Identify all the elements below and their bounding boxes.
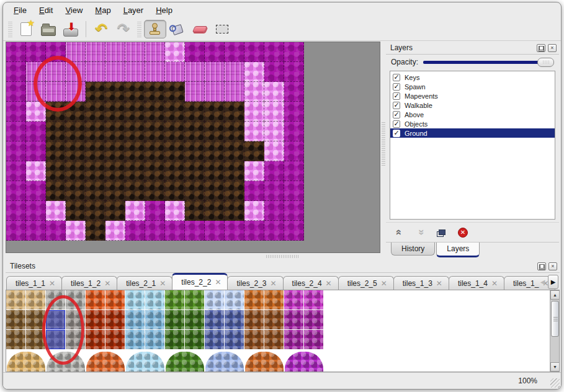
map-tile[interactable]: [185, 62, 205, 82]
map-tile[interactable]: [46, 62, 66, 82]
tab-close-icon[interactable]: ✕: [381, 280, 387, 287]
map-tile[interactable]: [26, 201, 46, 221]
tileset-tile-lava-orange[interactable]: [105, 330, 125, 350]
map-tile[interactable]: [125, 102, 145, 122]
map-tile[interactable]: [205, 82, 225, 102]
map-tile[interactable]: [165, 122, 185, 141]
map-tile[interactable]: [284, 201, 304, 221]
map-tile[interactable]: [26, 42, 46, 62]
tileset-tile-vine-green[interactable]: [185, 310, 205, 330]
tileset-tile-vine-green[interactable]: [165, 310, 185, 330]
map-tile[interactable]: [185, 82, 205, 102]
tileset-tile-bubble-orange[interactable]: [244, 290, 264, 310]
duplicate-layer-button[interactable]: [434, 225, 449, 240]
map-tile[interactable]: [205, 221, 225, 241]
tileset-tile-scale-magenta[interactable]: [304, 330, 324, 350]
tileset-tile-stone-gray[interactable]: [66, 330, 86, 350]
fill-tool-button[interactable]: [166, 20, 189, 38]
map-tile[interactable]: [284, 102, 304, 122]
map-tile[interactable]: [205, 141, 225, 161]
tileset-tile-bubble-orange[interactable]: [264, 310, 284, 330]
map-tile[interactable]: [145, 42, 165, 62]
tileset-blob-vine-green[interactable]: [166, 352, 204, 372]
layer-visibility-checkbox[interactable]: ✓: [393, 74, 400, 81]
tileset-scrollbar[interactable]: ▲ ▼: [550, 290, 559, 372]
map-tile[interactable]: [244, 221, 264, 241]
menu-item-layer[interactable]: Layer: [118, 4, 150, 17]
tileset-tile-ice-blue[interactable]: [125, 290, 145, 310]
map-tile[interactable]: [125, 122, 145, 141]
map-tile[interactable]: [6, 82, 26, 102]
map-tile[interactable]: [165, 161, 185, 181]
map-tile[interactable]: [125, 161, 145, 181]
map-tile[interactable]: [264, 221, 284, 241]
tileset-tile-vine-green[interactable]: [165, 330, 185, 350]
close-panel-icon[interactable]: ×: [548, 262, 557, 270]
layer-row-spawn[interactable]: ✓Spawn: [390, 82, 555, 91]
tileset-blob-ice-blue[interactable]: [126, 352, 164, 372]
splitter-horizontal[interactable]: [6, 253, 380, 259]
tileset-tile-bubble-orange[interactable]: [244, 330, 264, 350]
opacity-slider[interactable]: [423, 57, 554, 67]
tileset-tile-scale-magenta[interactable]: [284, 290, 304, 310]
map-tile[interactable]: [105, 42, 125, 62]
tileset-tile-lava-orange[interactable]: [86, 290, 105, 310]
tileset-tab-tiles_2_5[interactable]: tiles_2_5✕: [338, 276, 394, 290]
map-tile[interactable]: [145, 161, 165, 181]
scroll-tabs-right-button[interactable]: ▶: [548, 275, 558, 289]
layer-visibility-checkbox[interactable]: ✓: [393, 102, 400, 109]
map-tile[interactable]: [264, 82, 284, 102]
toolbar-grip-2[interactable]: [137, 21, 141, 37]
tileset-tile-crystal-blue[interactable]: [225, 310, 244, 330]
map-tile[interactable]: [145, 201, 165, 221]
map-tile[interactable]: [26, 122, 46, 141]
map-tile[interactable]: [205, 201, 225, 221]
toolbar-grip[interactable]: [8, 21, 12, 37]
map-tile[interactable]: [225, 221, 244, 241]
map-tile[interactable]: [185, 102, 205, 122]
tileset-tile-lava-orange[interactable]: [105, 290, 125, 310]
map-tile[interactable]: [284, 221, 304, 241]
tab-close-icon[interactable]: ✕: [104, 280, 110, 287]
menu-item-file[interactable]: File: [8, 4, 32, 17]
map-tile[interactable]: [26, 221, 46, 241]
map-tile[interactable]: [46, 42, 66, 62]
map-tile[interactable]: [125, 181, 145, 201]
layer-visibility-checkbox[interactable]: ✓: [393, 130, 400, 137]
tileset-tile-lava-orange[interactable]: [86, 310, 105, 330]
tileset-tile-scale-magenta[interactable]: [284, 310, 304, 330]
map-tile[interactable]: [86, 181, 105, 201]
layer-row-ground[interactable]: ✓Ground: [390, 128, 555, 138]
scrollbar-down-icon[interactable]: ▼: [550, 362, 560, 372]
tileset-tile-stone-gray[interactable]: [46, 290, 66, 310]
map-tile[interactable]: [26, 82, 46, 102]
tab-close-icon[interactable]: ✕: [491, 280, 498, 287]
tileset-tab-tiles_1_4[interactable]: tiles_1_4✕: [449, 276, 504, 290]
tileset-tile-lava-orange[interactable]: [105, 310, 125, 330]
layer-visibility-checkbox[interactable]: ✓: [393, 120, 400, 128]
map-tile[interactable]: [264, 181, 284, 201]
tileset-tile-fur-tan[interactable]: [26, 290, 46, 310]
map-tile[interactable]: [6, 102, 26, 122]
map-tile[interactable]: [145, 122, 165, 141]
map-tile[interactable]: [284, 62, 304, 82]
map-tile[interactable]: [66, 62, 86, 82]
tileset-tab-tiles_1_1[interactable]: tiles_1_1✕: [6, 276, 62, 290]
tileset-tile-vine-green[interactable]: [165, 290, 185, 310]
dock-tab-history[interactable]: History: [391, 243, 435, 256]
map-tile[interactable]: [105, 82, 125, 102]
map-tile[interactable]: [205, 62, 225, 82]
map-tile[interactable]: [105, 102, 125, 122]
map-tile[interactable]: [145, 102, 165, 122]
map-tile[interactable]: [165, 201, 185, 221]
map-tile[interactable]: [46, 82, 66, 102]
map-tile[interactable]: [46, 181, 66, 201]
tileset-blob-stone-gray[interactable]: [47, 352, 85, 372]
map-tile[interactable]: [66, 141, 86, 161]
scroll-tabs-left-button[interactable]: ◀: [537, 275, 548, 289]
map-tile[interactable]: [284, 82, 304, 102]
map-tile[interactable]: [46, 221, 66, 241]
map-tile[interactable]: [185, 181, 205, 201]
map-tile[interactable]: [86, 42, 105, 62]
tileset-tab-tiles_2_4[interactable]: tiles_2_4✕: [283, 276, 339, 290]
